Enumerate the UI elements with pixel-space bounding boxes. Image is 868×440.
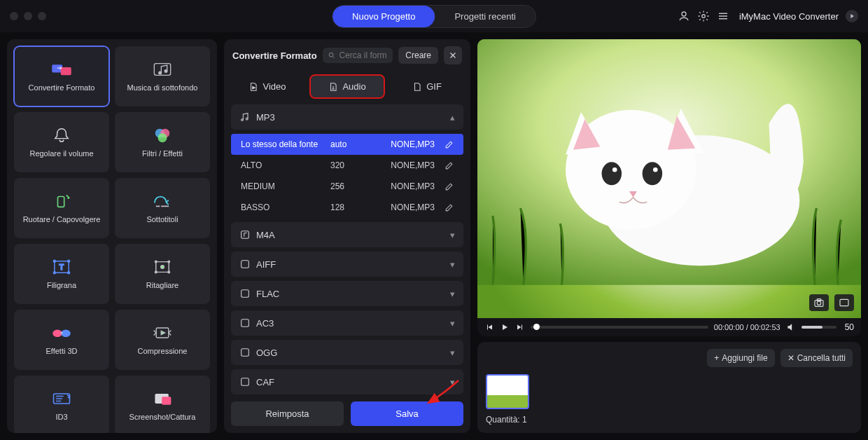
format-group[interactable]: OGG ▾ [231,340,463,365]
preset-bitrate: 128 [330,202,372,212]
queue-item[interactable] [486,374,529,409]
preview-overlay-buttons [809,294,854,311]
volume-slider[interactable] [802,326,836,329]
edit-icon[interactable] [444,140,454,149]
format-name: MP3 [256,112,275,123]
preset-row[interactable]: Lo stesso della fonte auto NONE,MP3 [231,134,463,155]
preset-row[interactable]: BASSO 128 NONE,MP3 [231,197,463,218]
next-button[interactable] [515,322,525,332]
seek-bar[interactable] [531,326,708,329]
snapshot-button[interactable] [809,294,829,311]
format-group[interactable]: AIFF ▾ [231,252,463,277]
fullscreen-button[interactable] [834,294,854,311]
maximize-window[interactable] [38,12,46,20]
format-search[interactable] [323,48,393,63]
format-list[interactable]: MP3 ▴ Lo stesso della fonte auto NONE,MP… [224,104,470,394]
format-group[interactable]: FLAC ▾ [231,281,463,306]
window-controls [10,12,46,20]
minimize-window[interactable] [24,12,32,20]
play-button[interactable] [500,322,510,332]
btn-label: Cancella tutti [797,353,846,363]
edit-icon[interactable] [444,203,454,212]
svg-rect-59 [840,299,848,305]
camera-icon [813,298,825,308]
chevron-down-icon: ▾ [450,230,455,240]
tool-convert-format[interactable]: Convertire Formato [14,46,109,106]
tool-subtitles[interactable]: Sottotitoli [115,178,210,238]
save-label: Salva [396,408,419,419]
create-button[interactable]: Creare [398,47,438,64]
svg-point-35 [246,118,248,120]
main-layout: Convertire Formato Musica di sottofondo … [0,32,868,440]
file-icon [412,82,422,92]
edit-icon[interactable] [444,182,454,191]
tool-screenshot[interactable]: Screenshot/Cattura [115,376,210,433]
svg-point-51 [602,162,622,185]
svg-rect-41 [241,378,249,386]
crop-icon [152,259,173,275]
tool-compression[interactable]: Compressione [115,310,210,370]
edit-icon[interactable] [444,161,454,170]
tool-label: Filtri / Effetti [139,149,186,158]
preview-frame[interactable] [477,39,861,318]
tool-watermark[interactable]: T Filigrana [14,244,109,304]
tool-3d-effects[interactable]: Effetti 3D [14,310,109,370]
search-input[interactable] [339,50,387,60]
audio-icon [239,347,251,358]
svg-rect-36 [241,231,249,239]
id3-icon [51,390,72,407]
close-icon [449,51,457,60]
tool-crop[interactable]: Ritagliare [115,244,210,304]
preview-image [477,39,861,285]
close-window[interactable] [10,12,18,20]
filters-icon [152,127,173,144]
tool-background-music[interactable]: Musica di sottofondo [115,46,210,106]
reset-button[interactable]: Reimposta [231,401,344,426]
format-group-mp3[interactable]: MP3 ▴ [231,104,463,130]
save-button[interactable]: Salva [351,401,463,426]
svg-point-10 [158,133,167,142]
titlebar: Nuovo Progetto Progetti recenti iMyMac V… [0,0,868,32]
preset-row[interactable]: ALTO 320 NONE,MP3 [231,155,463,176]
preset-row[interactable]: MEDIUM 256 NONE,MP3 [231,176,463,197]
tool-filters-effects[interactable]: Filtri / Effetti [115,112,210,172]
menu-icon[interactable] [717,10,729,22]
add-file-button[interactable]: + Aggiungi file [707,349,774,367]
format-group[interactable]: AC3 ▾ [231,310,463,336]
tool-label: Musica di sottofondo [125,83,201,92]
video-preview: 00:00:00 / 00:02:53 50 [477,39,861,336]
tab-gif[interactable]: GIF [391,76,463,97]
preset-name: BASSO [241,202,325,212]
format-name: CAF [256,377,274,387]
preset-codec: NONE,MP3 [391,139,435,149]
format-group[interactable]: M4A ▾ [231,222,463,247]
clear-all-button[interactable]: ✕ Cancella tutti [780,349,853,367]
tab-audio[interactable]: Audio [311,76,384,97]
speaker-icon [786,322,796,332]
tab-video[interactable]: Video [231,76,304,97]
audio-icon [239,259,251,270]
svg-marker-60 [503,324,507,330]
close-panel[interactable] [444,46,462,64]
prev-button[interactable] [484,322,494,332]
tab-new-project[interactable]: Nuovo Progetto [332,6,435,27]
tool-label: Screenshot/Cattura [127,413,199,421]
format-group[interactable]: CAF ▾ [231,369,463,394]
watermark-icon: T [51,259,72,275]
tab-recent-projects[interactable]: Progetti recenti [435,6,535,27]
tool-id3[interactable]: ID3 [14,376,109,433]
tool-label: Regolare il volume [27,149,96,158]
preset-codec: NONE,MP3 [391,160,435,170]
app-icon [846,10,858,22]
tool-rotate-flip[interactable]: Ruotare / Capovolgere [14,178,109,238]
gear-icon[interactable] [697,10,710,22]
chevron-down-icon: ▾ [450,348,455,358]
3d-glasses-icon [51,324,72,341]
svg-point-22 [155,271,157,273]
account-icon[interactable] [678,10,690,22]
mute-button[interactable] [786,322,796,332]
rotate-icon [51,193,72,209]
tool-adjust-volume[interactable]: Regolare il volume [14,112,109,172]
panel-title: Convertire Formato [232,50,317,61]
svg-point-20 [155,261,157,263]
